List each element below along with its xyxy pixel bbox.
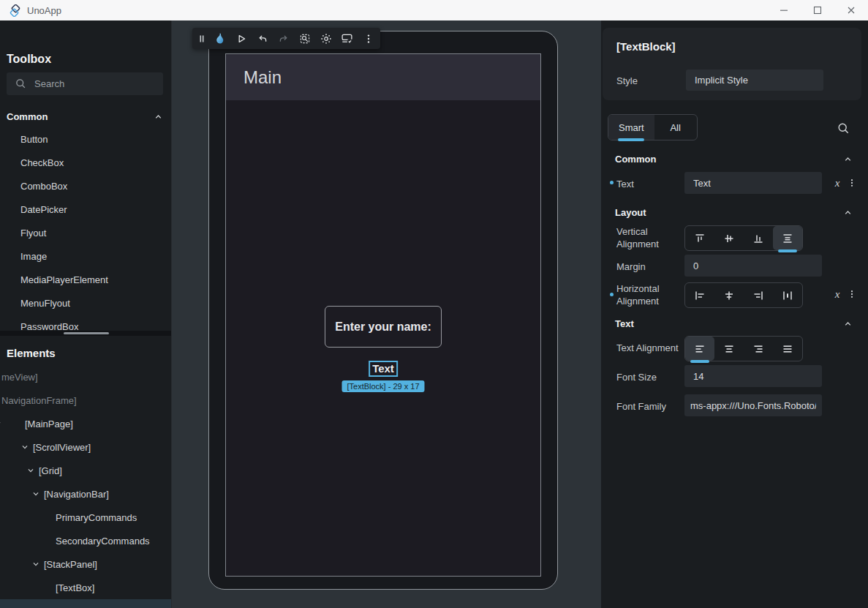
halign-center-button[interactable] <box>714 283 744 307</box>
section-common[interactable]: Common <box>615 152 853 165</box>
maximize-button[interactable] <box>801 0 834 20</box>
selection-size-badge: [TextBlock] - 29 x 17 <box>341 380 424 392</box>
more-menu-button[interactable] <box>358 28 379 49</box>
titlebar: UnoApp <box>0 0 868 20</box>
window-controls <box>767 0 868 20</box>
theme-toggle-button[interactable] <box>315 28 336 49</box>
horizontal-alignment-group <box>684 282 803 308</box>
tab-all[interactable]: All <box>654 115 697 140</box>
tree-item-textblock[interactable]: [TextBlock] <box>0 599 172 608</box>
toolbox-item-combobox[interactable]: ComboBox <box>0 174 172 198</box>
markup-expression-icon[interactable]: x <box>831 177 843 189</box>
tree-item-navigationframe[interactable]: NavigationFrame] <box>0 389 172 412</box>
font-size-input[interactable] <box>684 365 822 387</box>
text-alignment-label: Text Alignment <box>616 342 679 354</box>
vertical-alignment-group <box>684 225 803 251</box>
panel-splitter[interactable] <box>0 331 172 336</box>
tree-item-grid[interactable]: [Grid] <box>0 459 172 482</box>
vertical-alignment-label: Vertical Alignment <box>616 225 676 250</box>
chevron-up-icon[interactable] <box>842 154 853 165</box>
drag-handle-icon[interactable] <box>194 28 209 49</box>
elements-title: Elements <box>7 347 56 359</box>
hot-design-toolbar <box>192 28 380 49</box>
chevron-down-icon[interactable] <box>31 489 41 499</box>
design-surface-textblock-selected[interactable]: Text <box>369 361 398 377</box>
toolbox-item-mediaplayerelement[interactable]: MediaPlayerElement <box>0 268 172 291</box>
property-search-button[interactable] <box>834 119 853 138</box>
chevron-down-icon[interactable] <box>0 419 3 429</box>
design-surface-textbox[interactable]: Enter your name: <box>325 306 442 348</box>
tree-item-textbox[interactable]: [TextBox] <box>0 576 172 599</box>
toolbox-section-common[interactable]: Common <box>7 109 164 124</box>
tree-item-mainpage[interactable]: [MainPage] <box>0 412 172 435</box>
tab-smart[interactable]: Smart <box>608 115 654 140</box>
splitter-grip[interactable] <box>64 332 109 334</box>
toolbox-item-button[interactable]: Button <box>0 127 172 151</box>
toolbox-item-flyout[interactable]: Flyout <box>0 221 172 244</box>
valign-bottom-button[interactable] <box>744 226 773 250</box>
hot-reload-flame-icon[interactable] <box>209 28 230 49</box>
minimize-button[interactable] <box>767 0 801 20</box>
toolbox-item-checkbox[interactable]: CheckBox <box>0 151 172 174</box>
toolbox-item-datepicker[interactable]: DatePicker <box>0 198 172 221</box>
text-align-left-button[interactable] <box>685 337 714 361</box>
text-align-center-button[interactable] <box>714 337 744 361</box>
device-settings-button[interactable] <box>336 28 358 49</box>
toolbox-item-menuflyout[interactable]: MenuFlyout <box>0 291 172 315</box>
valign-center-button[interactable] <box>714 226 744 250</box>
valign-stretch-button[interactable] <box>773 226 802 250</box>
font-family-label: Font Family <box>616 400 666 413</box>
search-icon <box>15 78 27 90</box>
close-button[interactable] <box>834 0 868 20</box>
chevron-up-icon[interactable] <box>842 318 853 329</box>
tree-item-stackpanel[interactable]: [StackPanel] <box>0 552 172 576</box>
play-button[interactable] <box>230 28 252 49</box>
halign-left-button[interactable] <box>685 283 714 307</box>
font-family-input[interactable] <box>684 394 822 416</box>
app-nav-bar[interactable]: Main <box>226 54 540 100</box>
chevron-down-icon[interactable] <box>31 559 41 569</box>
search-input[interactable] <box>34 72 157 95</box>
style-input[interactable] <box>686 70 823 91</box>
tree-item-primarycommands[interactable]: PrimaryCommands <box>0 506 172 529</box>
chevron-down-icon[interactable] <box>20 442 30 452</box>
property-options-icon[interactable] <box>847 288 857 300</box>
halign-stretch-button[interactable] <box>773 283 802 307</box>
tree-item-homeview[interactable]: meView] <box>0 365 172 389</box>
markup-expression-icon[interactable]: x <box>831 288 843 300</box>
property-set-dot <box>610 293 614 296</box>
text-align-justify-button[interactable] <box>773 337 802 361</box>
phone-screen[interactable]: Main Enter your name: Text [TextBlock] -… <box>225 53 541 577</box>
property-options-icon[interactable] <box>847 177 857 189</box>
left-sidebar: Toolbox Common Button CheckBox ComboBox … <box>0 20 172 608</box>
margin-input[interactable] <box>684 255 822 277</box>
halign-right-button[interactable] <box>744 283 773 307</box>
redo-button[interactable] <box>273 28 294 49</box>
style-label: Style <box>616 75 638 87</box>
tree-item-navigationbar[interactable]: [NavigationBar] <box>0 482 172 506</box>
chevron-up-icon[interactable] <box>153 111 164 122</box>
valign-top-button[interactable] <box>685 226 714 250</box>
selected-element-name: [TextBlock] <box>616 40 676 53</box>
property-set-dot <box>610 181 614 184</box>
section-label: Common <box>7 111 48 122</box>
selected-element-card: [TextBlock] Style <box>603 28 861 100</box>
toolbox-item-passwordbox[interactable]: PasswordBox <box>0 315 172 331</box>
tree-item-scrollviewer[interactable]: [ScrollViewer] <box>0 435 172 459</box>
toolbox-item-image[interactable]: Image <box>0 244 172 268</box>
undo-button[interactable] <box>252 28 273 49</box>
text-property-input[interactable] <box>684 172 822 194</box>
phone-preview-frame: Main Enter your name: Text [TextBlock] -… <box>208 31 558 590</box>
element-inspect-button[interactable] <box>294 28 315 49</box>
design-canvas[interactable]: Main Enter your name: Text [TextBlock] -… <box>173 20 601 608</box>
toolbox-title: Toolbox <box>7 53 51 66</box>
section-text[interactable]: Text <box>615 317 853 330</box>
chevron-up-icon[interactable] <box>842 207 853 218</box>
text-align-right-button[interactable] <box>744 337 773 361</box>
elements-tree: meView] NavigationFrame] [MainPage] [Scr… <box>0 365 172 608</box>
chevron-down-icon[interactable] <box>26 465 36 476</box>
text-property-label: Text <box>616 178 634 190</box>
toolbox-search[interactable] <box>7 72 163 95</box>
section-layout[interactable]: Layout <box>615 206 853 219</box>
tree-item-secondarycommands[interactable]: SecondaryCommands <box>0 529 172 552</box>
